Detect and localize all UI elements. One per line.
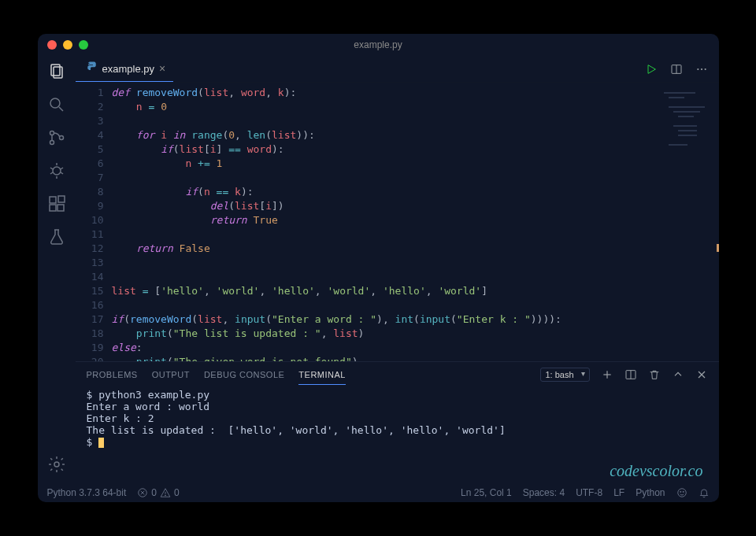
line-number-gutter: 1234567891011121314151617181920 xyxy=(76,83,112,361)
svg-point-2 xyxy=(50,98,60,108)
activity-bar xyxy=(38,56,76,483)
tab-close-icon[interactable]: × xyxy=(159,62,165,75)
svg-rect-1 xyxy=(54,67,62,78)
traffic-lights xyxy=(47,40,88,50)
tab-label: example.py xyxy=(102,63,154,75)
extensions-icon[interactable] xyxy=(47,194,66,213)
panel-tab-terminal[interactable]: TERMINAL xyxy=(298,370,346,385)
search-icon[interactable] xyxy=(47,95,66,114)
run-button[interactable] xyxy=(645,63,658,76)
window-title: example.py xyxy=(38,39,719,50)
svg-point-7 xyxy=(53,167,61,175)
beaker-icon[interactable] xyxy=(47,227,66,246)
overview-ruler-marker xyxy=(717,244,719,252)
panel-tab-debug-console[interactable]: DEBUG CONSOLE xyxy=(204,370,284,379)
debug-icon[interactable] xyxy=(47,161,66,180)
maximize-panel-icon[interactable] xyxy=(672,368,684,381)
code-editor[interactable]: 1234567891011121314151617181920 def remo… xyxy=(76,83,719,361)
svg-point-6 xyxy=(59,136,63,140)
svg-line-11 xyxy=(61,168,63,169)
svg-rect-0 xyxy=(51,65,60,76)
new-terminal-icon[interactable] xyxy=(601,368,613,381)
vscode-window: example.py xyxy=(38,34,719,502)
minimize-window-button[interactable] xyxy=(63,40,72,50)
svg-rect-14 xyxy=(50,197,56,203)
close-window-button[interactable] xyxy=(47,40,57,50)
svg-point-36 xyxy=(165,495,165,496)
split-editor-icon[interactable] xyxy=(670,63,683,76)
svg-rect-16 xyxy=(57,205,64,211)
minimap[interactable] xyxy=(659,87,714,158)
svg-point-23 xyxy=(697,68,699,69)
svg-line-3 xyxy=(59,107,63,111)
svg-point-4 xyxy=(50,131,54,135)
explorer-icon[interactable] xyxy=(47,62,66,81)
python-file-icon xyxy=(83,61,98,77)
svg-line-12 xyxy=(50,172,53,174)
status-bell-icon[interactable] xyxy=(699,487,710,498)
svg-point-24 xyxy=(700,68,702,69)
svg-rect-15 xyxy=(50,205,56,211)
status-interpreter[interactable]: Python 3.7.3 64-bit xyxy=(47,487,127,498)
status-feedback-icon[interactable] xyxy=(676,487,687,498)
svg-line-13 xyxy=(61,172,63,174)
kill-terminal-icon[interactable] xyxy=(648,368,661,381)
svg-point-18 xyxy=(54,462,59,467)
svg-point-39 xyxy=(683,491,684,492)
status-problems[interactable]: 0 0 xyxy=(137,487,179,498)
gear-icon[interactable] xyxy=(47,455,66,474)
split-terminal-icon[interactable] xyxy=(624,368,637,381)
status-bar: Python 3.7.3 64-bit 0 0 Ln 25, Col 1 Spa… xyxy=(38,483,719,502)
maximize-window-button[interactable] xyxy=(79,40,88,50)
svg-point-25 xyxy=(704,68,706,69)
svg-point-19 xyxy=(88,62,90,64)
svg-point-5 xyxy=(50,141,54,145)
svg-point-37 xyxy=(677,489,686,497)
panel-tabs: PROBLEMS OUTPUT DEBUG CONSOLE TERMINAL 1… xyxy=(76,362,719,387)
panel-tab-output[interactable]: OUTPUT xyxy=(152,370,190,379)
more-actions-icon[interactable] xyxy=(695,63,708,76)
status-encoding[interactable]: UTF-8 xyxy=(576,487,602,498)
status-cursor-position[interactable]: Ln 25, Col 1 xyxy=(461,487,512,498)
titlebar: example.py xyxy=(38,34,719,56)
svg-rect-17 xyxy=(58,196,65,202)
svg-marker-20 xyxy=(648,65,655,73)
status-eol[interactable]: LF xyxy=(613,487,624,498)
tab-bar: example.py × xyxy=(76,56,719,83)
terminal-select[interactable]: 1: bash xyxy=(540,368,590,382)
source-control-icon[interactable] xyxy=(47,128,66,147)
status-language[interactable]: Python xyxy=(636,487,665,498)
status-indentation[interactable]: Spaces: 4 xyxy=(523,487,565,498)
panel-tab-problems[interactable]: PROBLEMS xyxy=(87,370,138,379)
code-content[interactable]: def removeWord(list, word, k): n = 0 for… xyxy=(112,83,719,361)
bottom-panel: PROBLEMS OUTPUT DEBUG CONSOLE TERMINAL 1… xyxy=(76,361,719,483)
svg-point-38 xyxy=(680,491,680,492)
editor-actions xyxy=(645,56,719,82)
close-panel-icon[interactable] xyxy=(695,368,708,381)
svg-line-10 xyxy=(50,168,53,169)
terminal-content[interactable]: $ python3 example.pyEnter a word : world… xyxy=(76,387,719,483)
tab-example-py[interactable]: example.py × xyxy=(76,56,174,82)
